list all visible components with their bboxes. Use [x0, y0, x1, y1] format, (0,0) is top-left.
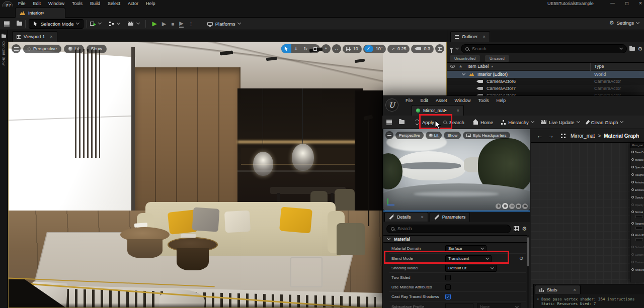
tab-level-interior[interactable]: Interior• — [15, 8, 65, 18]
preview-show-button[interactable]: Show — [444, 132, 461, 139]
node-pin-custom-data-0[interactable]: Custom Data 0 — [630, 251, 644, 258]
viewport-lit-button[interactable]: Lit — [64, 45, 84, 53]
viewport-show-button[interactable]: Show — [87, 45, 107, 53]
launch-button[interactable]: ▶ — [179, 20, 183, 28]
back-arrow-icon[interactable]: ← — [537, 132, 543, 139]
use-material-attributes-checkbox[interactable] — [445, 284, 451, 290]
mat-menu-edit[interactable]: Edit — [421, 98, 429, 103]
content-browser-strip[interactable]: Content Brow — [0, 30, 8, 308]
frame-skip-button[interactable]: ▶ — [162, 21, 166, 27]
stats-tab-close-icon[interactable]: × — [574, 287, 576, 292]
node-pin-roughness[interactable]: Roughness — [630, 171, 644, 178]
tab-viewport-1[interactable]: Viewport 1 × — [12, 31, 57, 42]
play-button[interactable]: ▶ — [152, 20, 156, 27]
grid-snap-control[interactable]: 10 — [343, 45, 362, 53]
pin-column-star-icon[interactable]: ★ — [459, 64, 462, 69]
outliner-row-interior[interactable]: Interior (Editor) World — [447, 71, 644, 78]
node-pin-opacity-mask[interactable]: Opacity Mask — [630, 201, 644, 209]
subsurface-thumbnail-button[interactable] — [445, 303, 473, 308]
outliner-row-camera7[interactable]: CameraActor7 CameraActor — [447, 85, 644, 92]
rotation-snap-control[interactable]: ∠ 10° — [363, 45, 386, 53]
material-section-header[interactable]: Material — [383, 235, 527, 243]
tab-details[interactable]: Details × — [384, 212, 428, 222]
mat-save-icon[interactable] — [386, 120, 392, 125]
menu-select[interactable]: Select — [108, 1, 120, 6]
forward-arrow-icon[interactable]: → — [548, 132, 554, 139]
outliner-settings-gear-icon[interactable]: ⚙ — [637, 46, 642, 52]
details-search-input[interactable]: Search — [386, 225, 511, 233]
mat-browse-icon[interactable] — [399, 120, 405, 124]
viewport-options-icon[interactable] — [12, 44, 21, 53]
cinematics-button[interactable] — [128, 22, 139, 26]
mesh-sphere-icon[interactable] — [502, 203, 508, 209]
close-button[interactable]: × — [639, 1, 642, 6]
preview-perspective-button[interactable]: Perspective — [395, 132, 424, 139]
rotate-tool-button[interactable]: ↻ — [301, 46, 310, 51]
preview-options-icon[interactable] — [385, 131, 393, 139]
node-pin-anisotropy[interactable]: Anisotropy — [630, 178, 644, 186]
expand-chevron-icon[interactable] — [462, 72, 465, 75]
outliner-row-camera6[interactable]: CameraActor6 CameraActor — [447, 78, 644, 85]
mat-menu-file[interactable]: File — [406, 98, 413, 103]
node-pin-specular[interactable]: Specular — [630, 163, 644, 171]
tab-outliner[interactable]: Outliner × — [450, 31, 490, 42]
maximize-button[interactable]: □ — [625, 1, 628, 6]
mat-menu-help[interactable]: Help — [497, 98, 506, 103]
viewport-perspective-button[interactable]: Perspective — [23, 45, 61, 53]
subsurface-profile-dropdown[interactable]: None — [477, 303, 521, 308]
details-scrollbar[interactable] — [527, 235, 529, 308]
clean-graph-dropdown[interactable]: Clean Graph — [587, 120, 623, 125]
mat-menu-window[interactable]: Window — [455, 98, 471, 103]
details-tab-close-icon[interactable]: × — [421, 215, 424, 220]
filter-chevron-icon[interactable] — [455, 46, 459, 50]
scale-tool-button[interactable] — [310, 47, 320, 51]
column-type[interactable]: Type — [594, 64, 604, 69]
search-options-chevron-icon[interactable] — [619, 46, 623, 50]
material-result-node[interactable]: Mirror_mat Base Color Metallic Specular … — [630, 143, 644, 282]
mesh-cube-icon[interactable] — [516, 203, 521, 209]
node-pin-opacity[interactable]: Opacity — [630, 193, 644, 201]
home-button[interactable]: Home — [473, 120, 493, 125]
preview-lit-button[interactable]: Lit — [426, 132, 442, 139]
browse-content-icon[interactable] — [17, 22, 22, 26]
viewport-layout-icon[interactable] — [435, 44, 444, 53]
outliner-filter-icon[interactable] — [449, 48, 453, 50]
surface-snap-icon[interactable]: ⌖ — [321, 44, 331, 53]
outliner-search-input[interactable]: Search... — [461, 44, 627, 53]
tab-mirror-mat[interactable]: Mirror_mat• × — [412, 105, 464, 116]
preview-environment-button[interactable]: Epic Headquarters — [463, 132, 510, 139]
stop-button[interactable]: ■ — [171, 21, 174, 27]
reset-to-default-icon[interactable]: ↺ — [519, 256, 523, 261]
tab-stats[interactable]: Stats × — [535, 285, 581, 294]
hierarchy-dropdown[interactable]: Hierarchy — [501, 120, 534, 125]
node-pin-metallic[interactable]: Metallic — [630, 156, 644, 163]
details-display-icon[interactable] — [514, 226, 519, 231]
node-pin-ambient-occlusion[interactable]: Ambient Occlusion — [630, 266, 644, 273]
node-pin-tangent[interactable]: Tangent — [630, 220, 644, 232]
scale-snap-control[interactable]: ↗ 0.25 — [387, 45, 410, 53]
visibility-column-eye-icon[interactable] — [450, 65, 455, 68]
play-options-icon[interactable]: ⋮ — [189, 21, 194, 27]
two-sided-checkbox[interactable] — [445, 275, 451, 280]
menu-help[interactable]: Help — [146, 1, 155, 6]
breadcrumb-root[interactable]: Mirror_mat — [571, 133, 595, 139]
details-settings-gear-icon[interactable]: ⚙ — [522, 226, 527, 232]
badge-unsaved[interactable]: Unsaved — [485, 55, 509, 62]
node-pin-world-position-offset[interactable]: World Position Offset — [630, 232, 644, 243]
level-viewport[interactable]: Perspective Lit Show + ↻ ⌖ ∴ — [8, 42, 447, 308]
menu-window[interactable]: Window — [48, 1, 64, 6]
menu-actor[interactable]: Actor — [128, 1, 138, 6]
menu-build[interactable]: Build — [90, 1, 100, 6]
apply-button[interactable]: Apply — [415, 120, 434, 125]
menu-tools[interactable]: Tools — [72, 1, 83, 6]
material-domain-dropdown[interactable]: Surface — [445, 245, 487, 252]
selection-mode-dropdown[interactable]: Selection Mode — [29, 19, 84, 29]
column-item-label[interactable]: Item Label — [467, 64, 489, 69]
create-folder-icon[interactable] — [629, 47, 635, 51]
mesh-custom-icon[interactable] — [522, 203, 528, 209]
mesh-cylinder-icon[interactable] — [496, 203, 501, 209]
material-tab-close-icon[interactable]: × — [457, 108, 459, 113]
node-pin-base-color[interactable]: Base Color — [630, 148, 644, 156]
live-update-dropdown[interactable]: Live Update — [541, 120, 580, 125]
menu-edit[interactable]: Edit — [33, 1, 41, 6]
